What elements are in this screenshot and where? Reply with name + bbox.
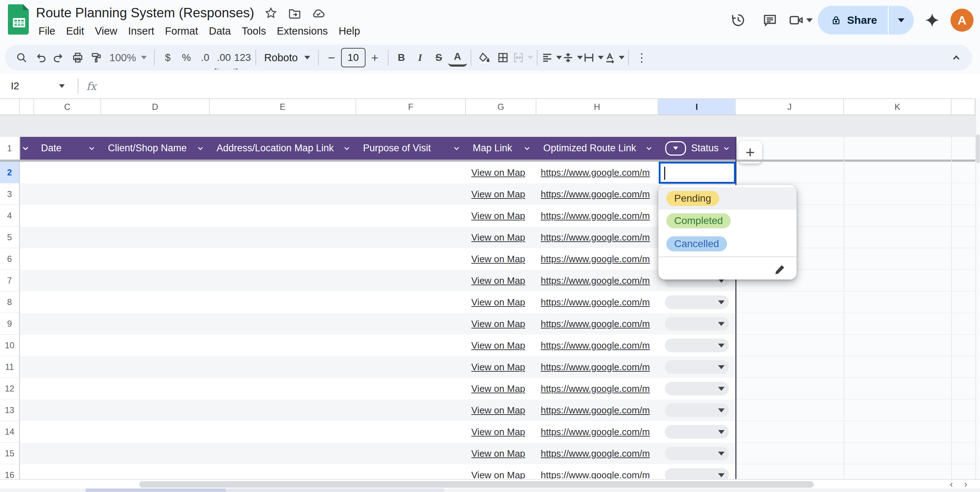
format-percent-button[interactable]: % [177, 48, 196, 68]
undo-icon[interactable] [31, 48, 50, 68]
row-number-1[interactable]: 1 [0, 137, 20, 160]
map-link[interactable]: View on Map [471, 399, 533, 421]
column-header-E[interactable]: E [210, 99, 356, 115]
row-number-11[interactable]: 11 [0, 356, 20, 378]
format-currency-button[interactable]: $ [158, 48, 177, 68]
bold-button[interactable]: B [392, 48, 411, 68]
account-avatar[interactable]: A [950, 9, 974, 32]
optimized-route-link[interactable]: https://www.google.com/m [541, 421, 658, 442]
status-chip-empty[interactable] [665, 317, 729, 331]
map-link[interactable]: View on Map [471, 356, 533, 378]
row-number-4[interactable]: 4 [0, 205, 20, 227]
column-header-D[interactable]: D [101, 99, 210, 115]
row-number-10[interactable]: 10 [0, 335, 20, 356]
share-button[interactable]: Share [818, 6, 914, 35]
row-number-5[interactable]: 5 [0, 227, 20, 248]
status-chip-empty[interactable] [665, 403, 729, 417]
map-link[interactable]: View on Map [471, 248, 533, 270]
font-size-input[interactable]: 10 [341, 48, 366, 67]
optimized-route-link[interactable]: https://www.google.com/m [541, 183, 658, 205]
scroll-left-icon[interactable]: ‹ [950, 480, 953, 489]
filter-chevron-icon[interactable] [722, 144, 731, 153]
more-formats-button[interactable]: 123 [233, 48, 252, 68]
text-color-button[interactable]: A [448, 49, 467, 67]
status-chip-empty[interactable] [665, 447, 729, 460]
filter-chevron-icon[interactable] [452, 144, 461, 153]
table-header-client-shop-name[interactable]: Client/Shop Name [101, 137, 210, 160]
column-header-F[interactable]: F [356, 99, 466, 115]
column-header-C[interactable]: C [34, 99, 101, 115]
decrease-decimal-button[interactable]: .0← [196, 48, 215, 68]
text-rotation-button[interactable] [604, 48, 625, 68]
increase-font-size-button[interactable]: + [366, 48, 384, 68]
map-link[interactable]: View on Map [471, 335, 533, 356]
text-wrapping-button[interactable] [583, 48, 604, 68]
table-header-date[interactable]: Date [34, 137, 101, 160]
zoom-control[interactable]: 100% [106, 48, 150, 68]
share-button-main[interactable]: Share [818, 6, 888, 35]
star-icon[interactable] [264, 6, 278, 20]
row-number-3[interactable]: 3 [0, 183, 20, 205]
filter-chevron-icon[interactable] [523, 144, 531, 153]
hidden-column-filter-icon[interactable] [21, 137, 30, 160]
vertical-align-button[interactable] [562, 48, 583, 68]
optimized-route-link[interactable]: https://www.google.com/m [541, 399, 658, 421]
map-link[interactable]: View on Map [471, 227, 533, 248]
map-link[interactable]: View on Map [471, 205, 533, 227]
menu-item-format[interactable]: Format [160, 23, 204, 39]
status-chip-empty[interactable] [665, 425, 729, 439]
row-number-14[interactable]: 14 [0, 421, 20, 442]
map-link[interactable]: View on Map [471, 183, 533, 205]
italic-button[interactable]: I [411, 48, 430, 68]
map-link[interactable]: View on Map [471, 421, 533, 442]
paint-format-icon[interactable] [87, 48, 106, 68]
row-number-7[interactable]: 7 [0, 270, 20, 291]
status-chip-empty[interactable] [665, 360, 729, 374]
decrease-font-size-button[interactable]: − [322, 48, 341, 68]
map-link[interactable]: View on Map [471, 442, 533, 464]
row-number-9[interactable]: 9 [0, 313, 20, 335]
optimized-route-link[interactable]: https://www.google.com/m [541, 162, 658, 183]
more-toolbar-button[interactable]: ⋮ [632, 48, 651, 68]
edit-dropdown-icon[interactable] [773, 262, 787, 276]
optimized-route-link[interactable]: https://www.google.com/m [541, 291, 658, 313]
filter-chevron-icon[interactable] [196, 144, 205, 153]
menu-item-view[interactable]: View [89, 23, 123, 39]
column-header-J[interactable]: J [736, 99, 844, 115]
status-chip-empty[interactable] [665, 296, 729, 309]
optimized-route-link[interactable]: https://www.google.com/m [541, 335, 658, 356]
version-history-icon[interactable] [725, 7, 752, 34]
name-box[interactable]: I2 [0, 80, 70, 92]
column-header-K[interactable]: K [844, 99, 951, 115]
font-family-control[interactable]: Roboto [260, 48, 315, 68]
toolbar-search-icon[interactable] [12, 48, 31, 68]
optimized-route-link[interactable]: https://www.google.com/m [541, 313, 658, 335]
filter-chevron-icon[interactable] [88, 144, 96, 153]
column-header-G[interactable]: G [466, 99, 536, 115]
menu-item-help[interactable]: Help [333, 23, 366, 39]
borders-icon[interactable] [493, 48, 512, 68]
menu-item-extensions[interactable]: Extensions [271, 23, 333, 39]
redo-icon[interactable] [50, 48, 68, 68]
menu-item-data[interactable]: Data [203, 23, 236, 39]
filter-chevron-icon[interactable] [342, 144, 351, 153]
map-link[interactable]: View on Map [471, 162, 533, 183]
status-chip-empty[interactable] [665, 382, 729, 396]
row-number-6[interactable]: 6 [0, 248, 20, 270]
column-header-H[interactable]: H [536, 99, 659, 115]
increase-decimal-button[interactable]: .00→ [215, 48, 233, 68]
horizontal-align-button[interactable] [541, 48, 562, 68]
meet-video-button[interactable] [788, 12, 813, 28]
dropdown-option-pending[interactable]: Pending [659, 187, 797, 209]
print-icon[interactable] [68, 48, 87, 68]
map-link[interactable]: View on Map [471, 378, 533, 399]
map-link[interactable]: View on Map [471, 270, 533, 291]
table-header-address-location-map-link[interactable]: Address/Location Map Link [210, 137, 356, 160]
status-chip-empty[interactable] [665, 339, 729, 352]
row-number-8[interactable]: 8 [0, 291, 20, 313]
meet-dropdown-caret[interactable] [806, 18, 813, 22]
dropdown-option-cancelled[interactable]: Cancelled [659, 233, 797, 255]
column-header-I[interactable]: I [659, 99, 736, 115]
horizontal-scrollbar-thumb[interactable] [139, 481, 814, 488]
comments-icon[interactable] [757, 7, 783, 34]
